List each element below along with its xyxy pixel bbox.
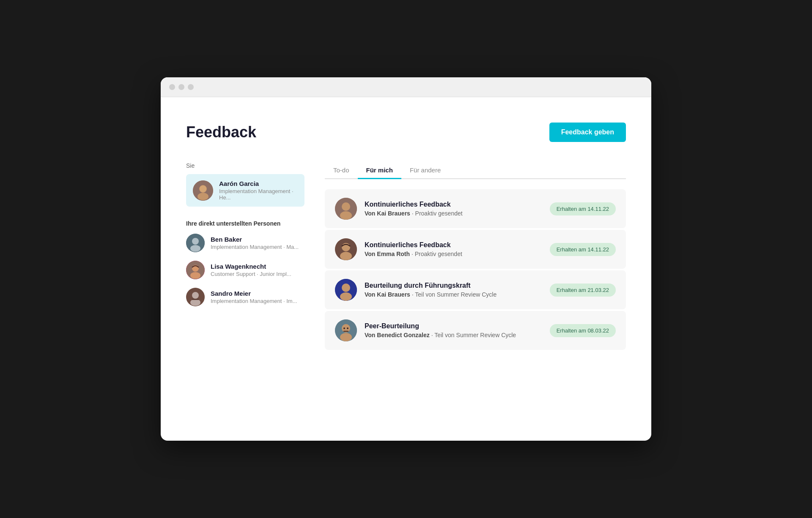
feedback-body-2: Beurteilung durch Führungskraft Von Kai …	[365, 282, 542, 298]
feedback-badge-3: Erhalten am 08.03.22	[550, 324, 616, 337]
window-dot-3	[188, 84, 194, 90]
tabs: To-do Für mich Für andere	[325, 162, 626, 179]
subordinate-info-0: Ben Baker Implementation Management · Ma…	[211, 236, 299, 250]
selected-user-card[interactable]: Aarón Garcia Implementation Management ·…	[186, 174, 304, 207]
feedback-list: Kontinuierliches Feedback Von Kai Brauer…	[325, 189, 626, 350]
subordinates-label: Ihre direkt unterstellten Personen	[186, 220, 304, 227]
selected-user-name: Aarón Garcia	[219, 180, 298, 187]
svg-point-2	[198, 193, 208, 200]
subordinate-avatar-1	[186, 261, 205, 279]
feedback-meta-0: Von Kai Brauers · Proaktiv gesendet	[365, 210, 542, 217]
svg-point-21	[342, 284, 350, 292]
svg-point-19	[340, 252, 352, 260]
browser-window: Feedback Feedback geben Sie	[161, 77, 651, 441]
subordinate-name-2: Sandro Meier	[211, 290, 297, 297]
feedback-avatar-3	[335, 319, 357, 341]
main-layout: Sie Aarón Garcia Implemen	[186, 162, 626, 350]
feedback-title-0: Kontinuierliches Feedback	[365, 201, 542, 208]
feedback-title-1: Kontinuierliches Feedback	[365, 241, 542, 249]
feedback-badge-1: Erhalten am 14.11.22	[550, 243, 616, 256]
window-dot-1	[169, 84, 175, 90]
tab-fur-mich[interactable]: Für mich	[358, 162, 401, 179]
subordinate-avatar-0	[186, 234, 205, 252]
content-area: To-do Für mich Für andere	[325, 162, 626, 350]
subordinate-sub-0: Implementation Management · Ma...	[211, 244, 299, 250]
svg-point-9	[190, 272, 200, 279]
svg-point-5	[192, 238, 199, 245]
subordinate-item-2[interactable]: Sandro Meier Implementation Management ·…	[186, 288, 304, 306]
selected-user-avatar	[193, 180, 213, 201]
svg-point-22	[340, 292, 352, 301]
feedback-meta-1: Von Emma Roth · Proaktiv gesendet	[365, 251, 542, 257]
subordinate-name-1: Lisa Wagenknecht	[211, 263, 291, 270]
feedback-badge-0: Erhalten am 14.11.22	[550, 202, 616, 215]
feedback-item-1[interactable]: Kontinuierliches Feedback Von Emma Roth …	[325, 230, 626, 269]
svg-point-27	[347, 327, 348, 329]
feedback-meta-3: Von Benedict Gonzalez · Teil von Summer …	[365, 332, 542, 338]
feedback-avatar-1	[335, 238, 357, 260]
subordinate-sub-2: Implementation Management · Im...	[211, 298, 297, 304]
subordinate-sub-1: Customer Support · Junior Impl...	[211, 271, 291, 277]
page-header: Feedback Feedback geben	[186, 123, 626, 142]
svg-point-12	[190, 299, 200, 306]
sidebar: Sie Aarón Garcia Implemen	[186, 162, 304, 350]
page-title: Feedback	[186, 123, 256, 141]
svg-point-26	[343, 327, 345, 329]
selected-user-info: Aarón Garcia Implementation Management ·…	[219, 180, 298, 201]
feedback-meta-2: Von Kai Brauers · Teil von Summer Review…	[365, 291, 542, 298]
svg-point-11	[192, 292, 199, 299]
subordinate-info-2: Sandro Meier Implementation Management ·…	[211, 290, 297, 304]
subordinate-item-0[interactable]: Ben Baker Implementation Management · Ma…	[186, 234, 304, 252]
feedback-title-3: Peer-Beurteilung	[365, 322, 542, 330]
svg-point-25	[340, 333, 352, 341]
feedback-body-0: Kontinuierliches Feedback Von Kai Brauer…	[365, 201, 542, 217]
svg-rect-28	[343, 331, 348, 332]
tab-fur-andere[interactable]: Für andere	[401, 162, 449, 179]
subordinate-info-1: Lisa Wagenknecht Customer Support · Juni…	[211, 263, 291, 277]
feedback-body-1: Kontinuierliches Feedback Von Emma Roth …	[365, 241, 542, 257]
feedback-avatar-2	[335, 279, 357, 301]
browser-content: Feedback Feedback geben Sie	[161, 97, 651, 384]
svg-point-15	[342, 202, 350, 211]
svg-point-16	[340, 211, 352, 220]
subordinate-name-0: Ben Baker	[211, 236, 299, 243]
feedback-item-3[interactable]: Peer-Beurteilung Von Benedict Gonzalez ·…	[325, 311, 626, 350]
subordinate-avatar-2	[186, 288, 205, 306]
window-dot-2	[178, 84, 184, 90]
feedback-avatar-0	[335, 198, 357, 220]
selected-user-sub: Implementation Management · He...	[219, 188, 298, 201]
subordinate-item-1[interactable]: Lisa Wagenknecht Customer Support · Juni…	[186, 261, 304, 279]
tab-todo[interactable]: To-do	[325, 162, 358, 179]
svg-point-3	[200, 185, 206, 192]
feedback-geben-button[interactable]: Feedback geben	[549, 123, 626, 142]
browser-chrome	[161, 77, 651, 97]
svg-rect-13	[192, 299, 199, 300]
feedback-item-0[interactable]: Kontinuierliches Feedback Von Kai Brauer…	[325, 189, 626, 228]
feedback-body-3: Peer-Beurteilung Von Benedict Gonzalez ·…	[365, 322, 542, 338]
you-label: Sie	[186, 162, 304, 169]
feedback-item-2[interactable]: Beurteilung durch Führungskraft Von Kai …	[325, 270, 626, 309]
svg-point-6	[190, 245, 200, 252]
feedback-badge-2: Erhalten am 21.03.22	[550, 284, 616, 297]
feedback-title-2: Beurteilung durch Führungskraft	[365, 282, 542, 289]
